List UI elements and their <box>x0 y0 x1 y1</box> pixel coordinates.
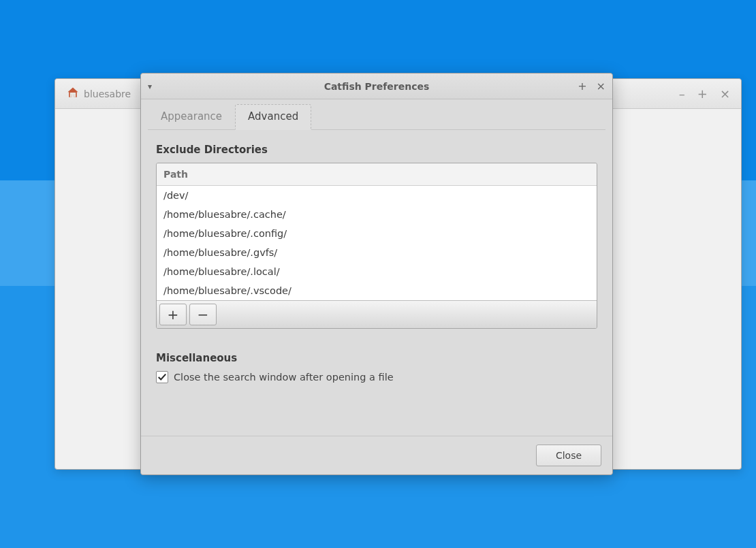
tab-advanced[interactable]: Advanced <box>235 104 311 130</box>
list-item[interactable]: /dev/ <box>157 186 597 205</box>
tab-strip: Appearance Advanced <box>141 99 612 129</box>
close-after-open-checkbox[interactable] <box>156 371 168 383</box>
list-item[interactable]: /home/bluesabre/.cache/ <box>157 205 597 224</box>
exclude-list-frame: Path /dev/ /home/bluesabre/.cache/ /home… <box>156 163 597 329</box>
list-item[interactable]: /home/bluesabre/.gvfs/ <box>157 243 597 262</box>
close-button[interactable]: × <box>720 88 730 100</box>
misc-section: Miscellaneous Close the search window af… <box>156 348 597 383</box>
close-after-open-label: Close the search window after opening a … <box>174 372 394 383</box>
dialog-body: Exclude Directories Path /dev/ /home/blu… <box>141 130 612 436</box>
list-item[interactable]: /home/bluesabre/.config/ <box>157 224 597 243</box>
remove-path-button[interactable]: − <box>189 304 217 325</box>
plus-icon: + <box>168 306 179 323</box>
exclude-title: Exclude Directories <box>156 144 597 156</box>
background-tab-label: bluesabre <box>84 88 131 99</box>
minus-icon: − <box>198 306 209 323</box>
window-menu-button[interactable]: ▾ <box>148 82 152 91</box>
check-icon <box>157 372 167 382</box>
dialog-title: Catfish Preferences <box>141 81 612 92</box>
background-window-controls: – + × <box>679 88 736 100</box>
dialog-maximize-button[interactable]: + <box>578 81 586 92</box>
misc-title: Miscellaneous <box>156 352 597 364</box>
home-icon <box>66 86 80 101</box>
minimize-button[interactable]: – <box>679 88 685 100</box>
background-tab[interactable]: bluesabre <box>61 83 136 104</box>
add-path-button[interactable]: + <box>159 304 187 325</box>
list-item[interactable]: /home/bluesabre/.local/ <box>157 262 597 281</box>
exclude-column-header[interactable]: Path <box>157 163 597 186</box>
dialog-footer: Close <box>141 436 612 474</box>
exclude-list[interactable]: /dev/ /home/bluesabre/.cache/ /home/blue… <box>157 186 597 300</box>
preferences-dialog: ▾ Catfish Preferences + × Appearance Adv… <box>140 73 613 475</box>
close-after-open-row[interactable]: Close the search window after opening a … <box>156 371 597 383</box>
exclude-toolbar: + − <box>157 300 597 328</box>
maximize-button[interactable]: + <box>697 88 708 100</box>
tab-appearance[interactable]: Appearance <box>148 104 235 130</box>
dialog-close-x-button[interactable]: × <box>597 81 605 92</box>
dialog-window-controls: + × <box>578 81 605 92</box>
close-button[interactable]: Close <box>536 445 601 466</box>
list-item[interactable]: /home/bluesabre/.vscode/ <box>157 281 597 300</box>
dialog-titlebar: ▾ Catfish Preferences + × <box>141 74 612 99</box>
desktop-background: bluesabre – + × ▾ Catfish Preferences + … <box>0 0 756 548</box>
